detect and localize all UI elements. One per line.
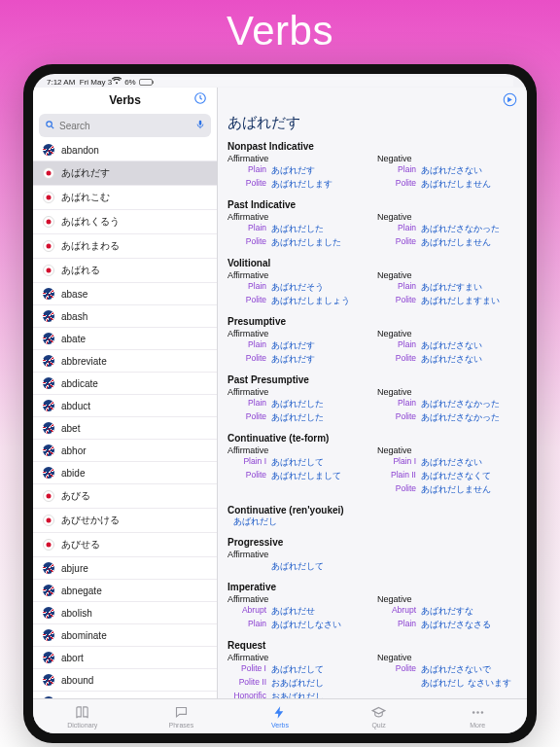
- detail-pane: あばれだす Nonpast IndicativeAffirmativePlain…: [218, 88, 527, 698]
- verb-row[interactable]: あばれる: [33, 259, 217, 283]
- form-tag: Plain: [381, 164, 416, 177]
- section-name: Progressive: [228, 534, 517, 548]
- left-title: Verbs: [109, 93, 141, 107]
- form-value: あばれだし なさいます: [421, 677, 511, 690]
- verb-row[interactable]: abhor: [33, 440, 217, 462]
- verb-row[interactable]: abide: [33, 462, 217, 484]
- verb-row[interactable]: あびる: [33, 484, 217, 509]
- conjugation-line: Politeあばれだします: [228, 178, 368, 192]
- uk-flag-icon: [43, 288, 54, 300]
- form-tag: Polite: [231, 236, 266, 249]
- conjugation-line: Plainあばれださない: [377, 339, 517, 353]
- verb-label: abolish: [61, 608, 92, 619]
- verb-row[interactable]: abase: [33, 283, 217, 305]
- conjugation-line: Plainあばれだす: [228, 339, 368, 353]
- verb-row[interactable]: abominate: [33, 624, 217, 647]
- form-tag: Plain: [381, 281, 416, 294]
- tab-label: Dictionary: [67, 722, 97, 729]
- verb-label: あばれくるう: [61, 215, 120, 229]
- conjugation-section: VolitionalAffirmativePlainあばれだそうPoliteあば…: [218, 255, 527, 313]
- tab-quiz[interactable]: Quiz: [330, 699, 429, 733]
- conjugation-section: RequestAffirmativePolite IあばれだしてPolite I…: [218, 637, 527, 698]
- form-tag: Plain II: [381, 470, 416, 482]
- verb-row[interactable]: abbreviate: [33, 350, 217, 373]
- verb-row[interactable]: abet: [33, 417, 217, 440]
- uk-flag-icon: [43, 674, 54, 686]
- search-field[interactable]: [39, 114, 211, 137]
- form-tag: [231, 560, 266, 573]
- uk-flag-icon: [43, 422, 54, 434]
- conjugation-section: Past IndicativeAffirmativePlainあばれだしたPol…: [218, 196, 527, 255]
- verb-row[interactable]: abandon: [33, 139, 217, 161]
- left-pane: Verbs abandonあばれだすあばれこむあばれくるうあばれまわるあばれるa…: [33, 88, 218, 698]
- form-tag: Plain: [381, 223, 416, 235]
- verb-label: abort: [61, 653, 84, 663]
- uk-flag-icon: [43, 562, 54, 574]
- conjugation-line: Honorificおあばれだし: [228, 691, 368, 698]
- form-value: あばれだすな: [421, 605, 473, 618]
- conjugation-line: Plainあばれださなさる: [377, 619, 517, 632]
- verb-row[interactable]: あばれこむ: [33, 186, 217, 210]
- tab-more[interactable]: More: [428, 699, 527, 733]
- verb-row[interactable]: abolish: [33, 602, 217, 624]
- form-tag: Abrupt: [231, 605, 266, 618]
- verb-row[interactable]: abnegate: [33, 580, 217, 602]
- conjugation-line: Politeあばれだしましょう: [228, 295, 368, 308]
- history-button[interactable]: [193, 91, 207, 109]
- speaker-icon[interactable]: [503, 92, 517, 110]
- verb-row[interactable]: abort: [33, 647, 217, 669]
- verb-row[interactable]: あびせかける: [33, 509, 217, 533]
- form-tag: Honorific: [231, 691, 266, 698]
- form-value: あばれだした: [271, 398, 324, 410]
- verb-row[interactable]: abdicate: [33, 373, 217, 395]
- svg-point-5: [476, 711, 479, 714]
- uk-flag-icon: [43, 467, 54, 479]
- tab-verbs[interactable]: Verbs: [230, 699, 330, 733]
- svg-point-4: [472, 711, 475, 714]
- section-name: Nonpast Indicative: [228, 138, 517, 152]
- conjugation-line: Plainあばれだす: [228, 164, 368, 178]
- verb-row[interactable]: abrade: [33, 692, 217, 698]
- form-value: あばれださないで: [421, 663, 491, 676]
- verb-label: abound: [61, 675, 93, 686]
- wifi-icon: [112, 77, 122, 87]
- dots-icon: [471, 705, 485, 721]
- verb-row[interactable]: abash: [33, 305, 217, 328]
- polarity-label: Negative: [377, 592, 517, 605]
- polarity-label: Affirmative: [228, 548, 517, 560]
- search-icon: [45, 117, 55, 134]
- verb-row[interactable]: あばれまわる: [33, 234, 217, 259]
- verb-label: abide: [61, 468, 85, 479]
- form-value: あばれださない: [421, 456, 482, 469]
- search-input[interactable]: [59, 121, 192, 131]
- form-tag: Polite I: [231, 663, 266, 676]
- verb-label: あばれこむ: [61, 191, 110, 204]
- conjugation-line: Politeあばれださない: [377, 353, 517, 367]
- uk-flag-icon: [43, 445, 54, 456]
- section-name: Request: [228, 637, 517, 651]
- headword: あばれだす: [218, 112, 527, 138]
- verb-label: abash: [61, 311, 88, 322]
- verb-list[interactable]: abandonあばれだすあばれこむあばれくるうあばれまわるあばれるabaseab…: [33, 139, 217, 698]
- form-tag: Plain: [231, 281, 266, 294]
- verb-label: abet: [61, 423, 80, 434]
- mic-icon[interactable]: [195, 119, 205, 132]
- form-tag: Polite: [381, 663, 416, 676]
- polarity-label: Negative: [377, 444, 517, 456]
- form-value: あばれださない: [421, 339, 482, 352]
- tab-phrases[interactable]: Phrases: [132, 699, 231, 733]
- conjugation-line: Politeあばれだしますまい: [377, 295, 517, 308]
- verb-row[interactable]: あばれくるう: [33, 210, 217, 234]
- verb-row[interactable]: abduct: [33, 395, 217, 417]
- polarity-label: Negative: [377, 268, 517, 281]
- verb-row[interactable]: abate: [33, 328, 217, 350]
- grad-icon: [371, 705, 386, 721]
- verb-row[interactable]: あばれだす: [33, 161, 217, 186]
- verb-row[interactable]: abound: [33, 669, 217, 692]
- verb-row[interactable]: abjure: [33, 557, 217, 580]
- form-value: あばれだして: [271, 560, 324, 573]
- tab-dictionary[interactable]: Dictionary: [33, 699, 132, 733]
- conjugation-line: Plain Iあばれださない: [377, 456, 517, 470]
- verb-row[interactable]: あびせる: [33, 533, 217, 557]
- form-value: おあばれだし: [271, 677, 324, 690]
